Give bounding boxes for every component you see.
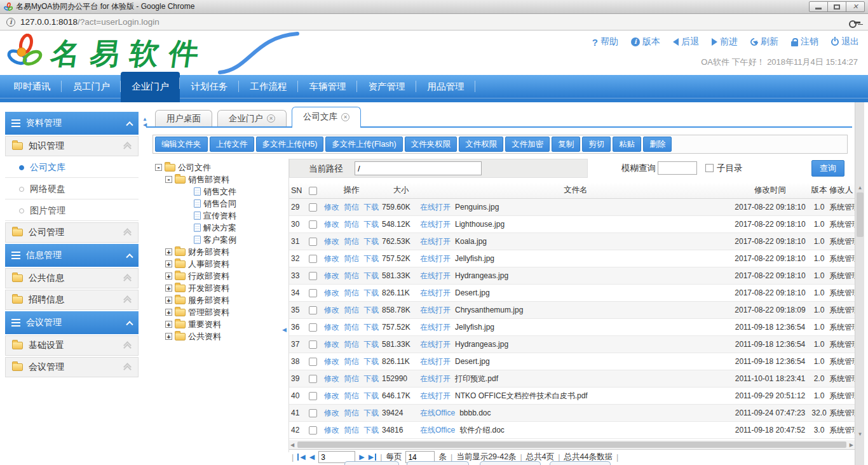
header-link[interactable]: 版本	[631, 36, 660, 48]
sidebar-item[interactable]: 知识管理	[5, 136, 139, 156]
row-checkbox[interactable]	[309, 375, 317, 383]
download-link[interactable]: 下载	[363, 220, 379, 229]
download-link[interactable]: 下载	[363, 237, 379, 246]
edit-link[interactable]: 修改	[324, 203, 339, 212]
page-info-icon[interactable]: i	[6, 18, 15, 27]
download-link[interactable]: 下载	[363, 426, 379, 435]
message-link[interactable]: 简信	[344, 203, 359, 212]
tree-node[interactable]: 销售合同	[155, 198, 288, 210]
search-button[interactable]: 查询	[811, 160, 844, 177]
tree-expand-icon[interactable]: +	[165, 273, 172, 280]
content-tab[interactable]: 企业门户	[217, 110, 287, 126]
tree-node[interactable]: + 财务部资料	[155, 246, 288, 258]
edit-link[interactable]: 修改	[324, 408, 339, 417]
open-online-link[interactable]: 在线打开	[420, 254, 451, 263]
tree-expand-icon[interactable]: +	[165, 260, 172, 267]
header-link[interactable]: 前进	[712, 36, 738, 48]
row-checkbox[interactable]	[309, 289, 317, 297]
download-link[interactable]: 下载	[363, 271, 379, 280]
toolbar-button[interactable]: 多文件上传(H5)	[256, 137, 324, 152]
tree-node[interactable]: + 开发部资料	[155, 282, 288, 294]
row-checkbox[interactable]	[309, 220, 317, 229]
toolbar-button[interactable]: 复制	[552, 137, 580, 152]
row-checkbox[interactable]	[309, 392, 317, 400]
edit-link[interactable]: 修改	[324, 391, 339, 400]
row-checkbox[interactable]	[309, 255, 317, 263]
sidebar-item[interactable]: 公司文库	[5, 158, 139, 178]
tree-node[interactable]: 客户案例	[155, 234, 288, 246]
edit-link[interactable]: 修改	[324, 254, 339, 263]
select-all-checkbox[interactable]	[309, 187, 317, 195]
header-link[interactable]: 后退	[673, 36, 699, 48]
header-link[interactable]: 注销	[791, 36, 818, 48]
nav-item[interactable]: 员工门户	[62, 75, 121, 98]
message-link[interactable]: 简信	[344, 374, 359, 383]
tree-node[interactable]: + 管理部资料	[155, 306, 288, 318]
download-link[interactable]: 下载	[363, 323, 379, 332]
toolbar-button[interactable]: 文件夹权限	[405, 137, 458, 152]
tree-node[interactable]: + 重要资料	[155, 318, 288, 330]
tree-expand-icon[interactable]: -	[165, 176, 172, 183]
message-link[interactable]: 简信	[344, 306, 359, 314]
tree-node[interactable]: 销售文件	[155, 185, 288, 198]
download-link[interactable]: 下载	[363, 340, 379, 349]
open-online-link[interactable]: 在线打开	[420, 237, 451, 246]
tree-node[interactable]: + 服务部资料	[155, 294, 288, 306]
download-link[interactable]: 下载	[363, 391, 379, 400]
page-vertical-scrollbar[interactable]: ▲ ▼	[855, 102, 864, 465]
tree-node[interactable]: - 销售部资料	[155, 173, 288, 185]
edit-link[interactable]: 修改	[324, 306, 339, 314]
open-online-link[interactable]: 在线打开	[420, 391, 451, 400]
edit-link[interactable]: 修改	[324, 288, 339, 297]
open-online-link[interactable]: 在线打开	[420, 357, 451, 366]
first-page-button[interactable]: ◀	[297, 454, 305, 461]
edit-link[interactable]: 修改	[324, 426, 339, 435]
nav-item[interactable]: 车辆管理	[298, 75, 357, 98]
header-link[interactable]: 帮助	[592, 36, 618, 48]
sidebar-item[interactable]: 招聘信息	[5, 290, 139, 310]
open-online-link[interactable]: 在线打开	[420, 220, 451, 229]
message-link[interactable]: 简信	[344, 323, 359, 332]
sidebar-item[interactable]: 资料管理	[5, 112, 139, 135]
row-checkbox[interactable]	[309, 340, 317, 349]
toolbar-button[interactable]: 粘贴	[613, 137, 641, 152]
tree-node[interactable]: - 公司文件	[155, 161, 288, 173]
open-online-link[interactable]: 在线打开	[420, 374, 451, 383]
open-online-link[interactable]: 在线打开	[420, 203, 451, 212]
message-link[interactable]: 简信	[344, 340, 359, 349]
sidebar-item[interactable]: 信息管理	[5, 244, 139, 267]
nav-item[interactable]: 计划任务	[180, 75, 239, 98]
sidebar-item[interactable]: 公共信息	[5, 268, 139, 288]
message-link[interactable]: 简信	[344, 357, 359, 366]
tree-node[interactable]: 解决方案	[155, 222, 288, 234]
sidebar-item[interactable]: 公司管理	[5, 222, 139, 243]
sidebar-item[interactable]: 会议管理	[5, 357, 139, 377]
message-link[interactable]: 简信	[344, 237, 359, 246]
open-online-link[interactable]: 在线Office	[420, 408, 455, 417]
scroll-left-icon[interactable]: ◀	[290, 442, 294, 448]
edit-link[interactable]: 修改	[324, 357, 339, 366]
toolbar-button[interactable]: 文件加密	[505, 137, 550, 152]
table-horizontal-scrollbar[interactable]: ◀ ▶	[289, 440, 855, 449]
row-checkbox[interactable]	[309, 323, 317, 332]
nav-item[interactable]: 用品管理	[416, 75, 475, 98]
download-link[interactable]: 下载	[363, 374, 379, 383]
sidebar-item[interactable]: 基础设置	[5, 335, 139, 356]
scroll-up-icon[interactable]: ▲	[857, 185, 864, 191]
hscrollbar-thumb[interactable]	[297, 441, 846, 448]
sidebar-item[interactable]: 图片管理	[5, 201, 139, 221]
row-checkbox[interactable]	[309, 426, 317, 435]
message-link[interactable]: 简信	[344, 288, 359, 297]
open-online-link[interactable]: 在线打开	[420, 288, 451, 297]
message-link[interactable]: 简信	[344, 254, 359, 263]
message-link[interactable]: 简信	[344, 426, 359, 435]
edit-link[interactable]: 修改	[324, 340, 339, 349]
tree-expand-icon[interactable]: +	[165, 333, 172, 340]
toolbar-button[interactable]: 多文件上传(Flash)	[325, 137, 402, 152]
tree-node[interactable]: + 人事部资料	[155, 258, 288, 270]
download-link[interactable]: 下载	[363, 254, 379, 263]
next-page-button[interactable]: ▶	[359, 454, 364, 461]
toolbar-button[interactable]: 剪切	[582, 137, 611, 152]
tree-expand-icon[interactable]: +	[165, 309, 172, 316]
toolbar-button[interactable]: 编辑文件夹	[155, 137, 208, 152]
